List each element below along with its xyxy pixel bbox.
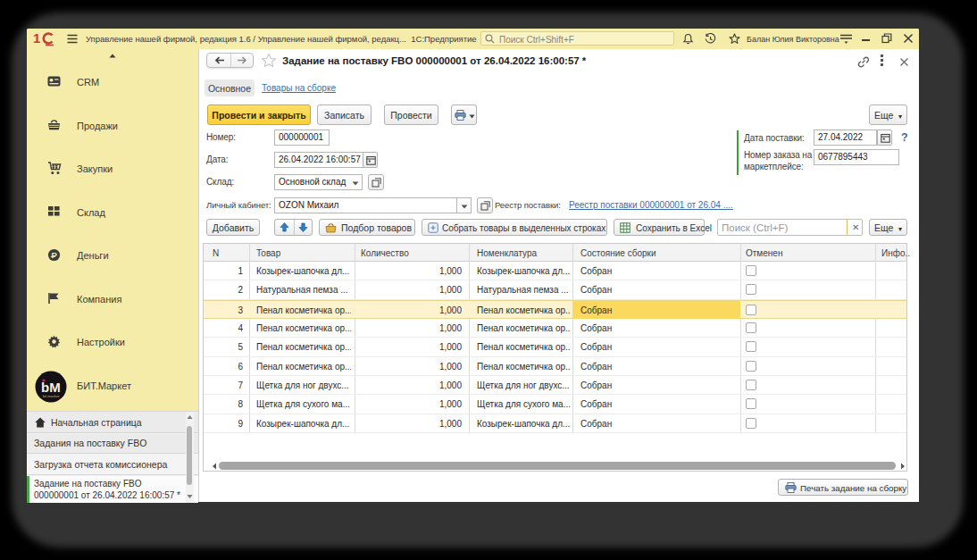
svg-text:bit.market: bit.market: [43, 394, 60, 398]
svg-text:P: P: [52, 250, 58, 260]
svg-text:1: 1: [33, 30, 40, 46]
